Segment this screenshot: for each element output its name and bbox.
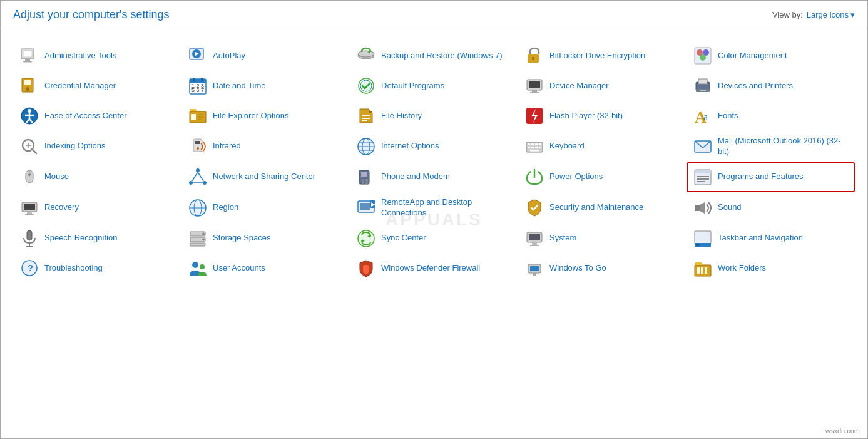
programs-features-icon — [693, 167, 713, 187]
item-recovery[interactable]: Recovery — [13, 192, 181, 224]
date-time-label: Date and Time — [213, 81, 266, 91]
storage-spaces-icon — [188, 229, 208, 249]
file-history-label: File History — [381, 111, 422, 121]
svg-point-88 — [365, 179, 368, 182]
item-windows-defender[interactable]: Windows Defender Firewall — [350, 254, 518, 284]
item-troubleshooting[interactable]: ?Troubleshooting — [13, 254, 181, 284]
mail-label: Mail (Microsoft Outlook 2016) (32-bit) — [718, 136, 849, 157]
sound-icon — [693, 198, 713, 218]
item-internet-options[interactable]: Internet Options — [350, 131, 518, 162]
item-sound[interactable]: Sound — [687, 192, 855, 224]
indexing-options-label: Indexing Options — [44, 141, 106, 152]
svg-point-90 — [365, 182, 368, 185]
item-bitlocker[interactable]: BitLocker Drive Encryption — [518, 41, 687, 71]
infrared-label: Infrared — [213, 141, 241, 152]
svg-line-54 — [32, 149, 36, 153]
item-phone-modem[interactable]: Phone and Modem — [350, 162, 518, 192]
svg-line-82 — [192, 172, 198, 181]
item-credential-manager[interactable]: Credential Manager — [13, 71, 181, 101]
svg-rect-93 — [697, 176, 709, 177]
item-default-programs[interactable]: Default Programs — [350, 71, 518, 101]
mouse-label: Mouse — [44, 172, 69, 182]
item-network-sharing[interactable]: Network and Sharing Center — [181, 162, 350, 192]
devices-printers-icon — [693, 76, 713, 96]
item-remoteapp[interactable]: ▶RemoteApp and Desktop Connections — [350, 192, 518, 224]
infrared-icon — [188, 137, 208, 157]
svg-rect-126 — [696, 244, 700, 246]
item-work-folders[interactable]: Work Folders — [687, 254, 855, 284]
svg-rect-99 — [25, 214, 34, 215]
item-user-accounts[interactable]: User Accounts — [181, 254, 350, 284]
view-by-dropdown[interactable]: Large icons ▾ — [807, 10, 855, 19]
bitlocker-icon — [524, 46, 544, 66]
item-taskbar-navigation[interactable]: Taskbar and Navigation — [687, 224, 855, 254]
phone-modem-label: Phone and Modem — [381, 172, 450, 182]
item-color-management[interactable]: Color Management — [687, 41, 855, 71]
item-speech-recognition[interactable]: Speech Recognition — [13, 224, 181, 254]
items-grid: Administrative ToolsAutoPlayBackup and R… — [13, 41, 855, 284]
flash-player-icon — [524, 106, 544, 126]
color-management-icon — [693, 46, 713, 66]
svg-rect-122 — [532, 242, 537, 245]
file-explorer-icon — [188, 106, 208, 126]
item-ease-of-access[interactable]: Ease of Access Center — [13, 101, 181, 131]
credential-manager-icon — [19, 76, 39, 96]
windows-to-go-icon — [524, 259, 544, 279]
item-security-maintenance[interactable]: Security and Maintenance — [518, 192, 687, 224]
phone-modem-icon — [356, 167, 376, 187]
taskbar-navigation-label: Taskbar and Navigation — [718, 233, 803, 244]
svg-point-8 — [358, 51, 374, 57]
internet-options-icon — [356, 137, 376, 157]
svg-rect-28 — [529, 81, 540, 88]
default-programs-label: Default Programs — [381, 81, 444, 91]
admin-tools-label: Administrative Tools — [44, 51, 116, 61]
svg-point-81 — [203, 181, 207, 185]
security-maintenance-icon — [524, 198, 544, 218]
svg-rect-70 — [528, 147, 530, 148]
item-file-explorer[interactable]: File Explorer Options — [181, 101, 350, 131]
item-mail[interactable]: Mail (Microsoft Outlook 2016) (32-bit) — [687, 131, 855, 162]
item-fonts[interactable]: AaFonts — [687, 101, 855, 131]
svg-rect-132 — [530, 266, 539, 271]
item-date-time[interactable]: 5 6 71 2 3Date and Time — [181, 71, 350, 101]
svg-rect-68 — [535, 143, 538, 145]
item-sync-center[interactable]: Sync Center — [350, 224, 518, 254]
keyboard-label: Keyboard — [549, 141, 585, 152]
svg-point-129 — [192, 262, 198, 268]
svg-point-116 — [202, 238, 205, 240]
item-system[interactable]: System — [518, 224, 687, 254]
item-indexing-options[interactable]: Indexing Options — [13, 131, 181, 162]
item-flash-player[interactable]: Flash Player (32-bit) — [518, 101, 687, 131]
bitlocker-label: BitLocker Drive Encryption — [549, 51, 645, 61]
item-file-history[interactable]: File History — [350, 101, 518, 131]
item-programs-features[interactable]: Programs and Features — [687, 162, 855, 192]
speech-recognition-label: Speech Recognition — [44, 233, 117, 244]
svg-text:▶: ▶ — [371, 201, 375, 207]
svg-rect-74 — [530, 150, 539, 152]
svg-rect-42 — [191, 114, 196, 120]
svg-rect-11 — [532, 57, 534, 60]
svg-rect-17 — [24, 80, 31, 85]
item-admin-tools[interactable]: Administrative Tools — [13, 41, 181, 71]
item-keyboard[interactable]: Keyboard — [518, 131, 687, 162]
svg-rect-135 — [697, 267, 700, 274]
item-backup-restore[interactable]: Backup and Restore (Windows 7) — [350, 41, 518, 71]
windows-defender-icon — [356, 259, 376, 279]
item-infrared[interactable]: Infrared — [181, 131, 350, 162]
item-storage-spaces[interactable]: Storage Spaces — [181, 224, 350, 254]
item-power-options[interactable]: Power Options — [518, 162, 687, 192]
windows-defender-label: Windows Defender Firewall — [381, 263, 480, 274]
svg-point-78 — [28, 173, 31, 176]
item-region[interactable]: Region — [181, 192, 350, 224]
item-windows-to-go[interactable]: Windows To Go — [518, 254, 687, 284]
item-device-manager[interactable]: Device Manager — [518, 71, 687, 101]
item-devices-printers[interactable]: Devices and Printers — [687, 71, 855, 101]
item-mouse[interactable]: Mouse — [13, 162, 181, 192]
work-folders-icon — [693, 259, 713, 279]
svg-rect-69 — [539, 143, 541, 145]
svg-rect-104 — [360, 203, 370, 210]
svg-rect-114 — [190, 243, 205, 246]
svg-rect-66 — [528, 143, 530, 145]
internet-options-label: Internet Options — [381, 141, 439, 152]
item-autoplay[interactable]: AutoPlay — [181, 41, 350, 71]
